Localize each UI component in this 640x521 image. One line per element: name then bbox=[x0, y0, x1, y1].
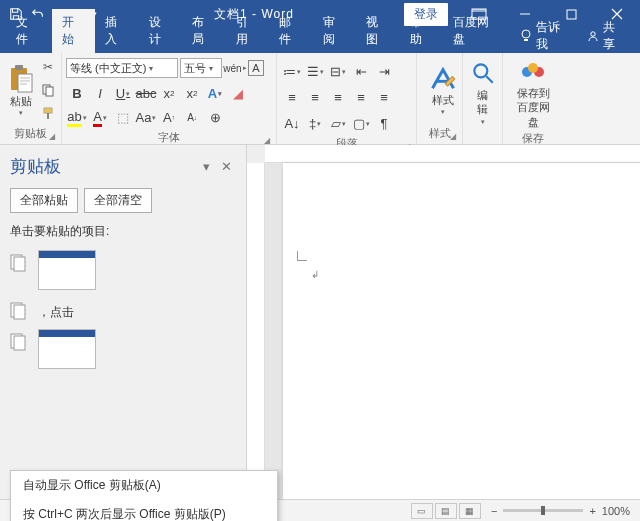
italic-button[interactable]: I bbox=[89, 83, 111, 104]
tab-layout[interactable]: 布局 bbox=[182, 9, 226, 53]
tab-review[interactable]: 审阅 bbox=[313, 9, 357, 53]
tell-me[interactable]: 告诉我 bbox=[510, 19, 581, 53]
superscript-button[interactable]: x2 bbox=[181, 83, 203, 104]
font-color-button[interactable]: A▾ bbox=[89, 107, 111, 128]
svg-rect-11 bbox=[44, 108, 52, 113]
paste-button[interactable]: 粘贴 ▾ bbox=[4, 56, 37, 124]
multilevel-button[interactable]: ⊟▾ bbox=[327, 61, 349, 82]
document-area: ↲ bbox=[247, 145, 640, 499]
pane-subtitle: 单击要粘贴的项目: bbox=[0, 221, 246, 246]
cursor-icon: ↲ bbox=[311, 269, 319, 280]
format-painter-icon[interactable] bbox=[39, 104, 57, 122]
copy-icon[interactable] bbox=[39, 81, 57, 99]
svg-rect-22 bbox=[14, 336, 25, 350]
tab-design[interactable]: 设计 bbox=[139, 9, 183, 53]
launcher-icon[interactable]: ◢ bbox=[264, 136, 270, 145]
svg-point-16 bbox=[528, 63, 538, 73]
margin-marker bbox=[297, 251, 307, 261]
clear-all-button[interactable]: 全部清空 bbox=[84, 188, 152, 213]
justify-icon[interactable]: ≡ bbox=[350, 87, 372, 108]
vertical-ruler[interactable] bbox=[247, 163, 265, 499]
clip-item-icon bbox=[10, 329, 28, 351]
styles-button[interactable]: 样式 ▾ bbox=[421, 56, 465, 124]
numbering-button[interactable]: ☰▾ bbox=[304, 61, 326, 82]
pane-close-icon[interactable]: ✕ bbox=[216, 159, 236, 174]
tab-insert[interactable]: 插入 bbox=[95, 9, 139, 53]
borders-button[interactable]: ▢▾ bbox=[350, 113, 372, 134]
dec-indent-icon[interactable]: ⇤ bbox=[350, 61, 372, 82]
font-size-combo[interactable]: 五号▾ bbox=[180, 58, 222, 78]
pane-menu-icon[interactable]: ▾ bbox=[196, 159, 216, 174]
char-shading-icon[interactable]: ⬚ bbox=[112, 107, 134, 128]
subscript-button[interactable]: x2 bbox=[158, 83, 180, 104]
web-layout-icon[interactable]: ▦ bbox=[459, 503, 481, 519]
grow-font-icon[interactable]: Aa▾ bbox=[135, 107, 157, 128]
show-marks-icon[interactable]: ¶ bbox=[373, 113, 395, 134]
tab-help[interactable]: 帮助 bbox=[400, 9, 444, 53]
inc-indent-icon[interactable]: ⇥ bbox=[373, 61, 395, 82]
clip-item[interactable] bbox=[0, 325, 246, 373]
launcher-icon[interactable]: ◢ bbox=[49, 132, 55, 141]
enclose-char-icon[interactable]: A↑ bbox=[158, 107, 180, 128]
align-right-icon[interactable]: ≡ bbox=[327, 87, 349, 108]
group-styles: 样式 ▾ 样式◢ bbox=[417, 53, 463, 144]
zoom-slider[interactable] bbox=[503, 509, 583, 512]
underline-button[interactable]: U▾ bbox=[112, 83, 134, 104]
svg-rect-12 bbox=[47, 113, 49, 119]
char-border-icon[interactable]: A bbox=[248, 60, 264, 76]
clip-item[interactable] bbox=[0, 246, 246, 294]
share-button[interactable]: 共享 bbox=[581, 19, 632, 53]
read-mode-icon[interactable]: ▭ bbox=[411, 503, 433, 519]
page[interactable]: ↲ bbox=[283, 163, 640, 499]
svg-rect-8 bbox=[18, 74, 32, 92]
distribute-icon[interactable]: ≡ bbox=[373, 87, 395, 108]
phonetic-icon[interactable]: wén▸ bbox=[224, 58, 246, 79]
bulb-icon bbox=[520, 29, 532, 43]
options-popup: 自动显示 Office 剪贴板(A) 按 Ctrl+C 两次后显示 Office… bbox=[10, 470, 278, 521]
baidu-save-button[interactable]: 保存到 百度网盘 bbox=[507, 56, 559, 129]
horizontal-ruler[interactable] bbox=[265, 145, 640, 163]
paste-all-button[interactable]: 全部粘贴 bbox=[10, 188, 78, 213]
align-left-icon[interactable]: ≡ bbox=[281, 87, 303, 108]
zoom-control: − + 100% bbox=[491, 505, 640, 517]
bullets-button[interactable]: ≔▾ bbox=[281, 61, 303, 82]
clip-item-icon bbox=[10, 298, 28, 320]
highlight-button[interactable]: ab▾ bbox=[66, 107, 88, 128]
tab-mailings[interactable]: 邮件 bbox=[269, 9, 313, 53]
change-case-icon[interactable]: ⊕ bbox=[204, 107, 226, 128]
tab-home[interactable]: 开始 bbox=[52, 9, 96, 53]
tab-file[interactable]: 文件 bbox=[4, 9, 52, 53]
zoom-in-icon[interactable]: + bbox=[589, 505, 595, 517]
group-editing: 编辑 ▾ bbox=[463, 53, 503, 144]
sort-icon[interactable]: A↓ bbox=[281, 113, 303, 134]
person-icon bbox=[587, 30, 599, 42]
tab-baidu[interactable]: 百度网盘 bbox=[443, 9, 510, 53]
clear-format-icon[interactable]: ◢ bbox=[227, 83, 249, 104]
shading-button[interactable]: ▱▾ bbox=[327, 113, 349, 134]
cut-icon[interactable]: ✂ bbox=[39, 58, 57, 76]
popup-item-auto[interactable]: 自动显示 Office 剪贴板(A) bbox=[11, 471, 277, 500]
text-effects-button[interactable]: A▾ bbox=[204, 83, 226, 104]
group-font: 等线 (中文正文)▾ 五号▾ wén▸ A B I U▾ abc x2 x2 A… bbox=[62, 53, 277, 144]
tab-references[interactable]: 引用 bbox=[226, 9, 270, 53]
bold-button[interactable]: B bbox=[66, 83, 88, 104]
clip-item[interactable]: ，点击 bbox=[0, 294, 246, 325]
popup-item-ctrlc[interactable]: 按 Ctrl+C 两次后显示 Office 剪贴版(P) bbox=[11, 500, 277, 521]
strike-button[interactable]: abc bbox=[135, 83, 157, 104]
line-spacing-icon[interactable]: ‡▾ bbox=[304, 113, 326, 134]
clip-thumbnail bbox=[38, 329, 96, 369]
group-label-clipboard: 剪贴板◢ bbox=[4, 124, 57, 144]
font-name-combo[interactable]: 等线 (中文正文)▾ bbox=[66, 58, 178, 78]
find-icon bbox=[470, 60, 496, 86]
paste-icon bbox=[8, 64, 34, 94]
shrink-font-icon[interactable]: A↓ bbox=[181, 107, 203, 128]
pane-title: 剪贴板 bbox=[10, 155, 196, 178]
zoom-level[interactable]: 100% bbox=[602, 505, 630, 517]
group-clipboard: 粘贴 ▾ ✂ 剪贴板◢ bbox=[0, 53, 62, 144]
tab-view[interactable]: 视图 bbox=[356, 9, 400, 53]
zoom-out-icon[interactable]: − bbox=[491, 505, 497, 517]
align-center-icon[interactable]: ≡ bbox=[304, 87, 326, 108]
launcher-icon[interactable]: ◢ bbox=[450, 132, 456, 141]
print-layout-icon[interactable]: ▤ bbox=[435, 503, 457, 519]
edit-button[interactable]: 编辑 ▾ bbox=[467, 56, 498, 126]
